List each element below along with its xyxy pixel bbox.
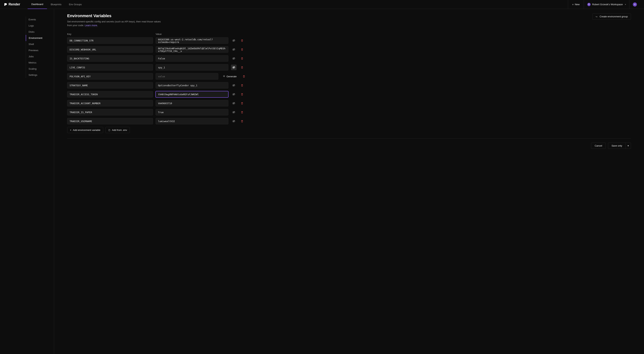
chevron-down-icon: ▾ (625, 3, 626, 6)
delete-row-button[interactable] (239, 65, 245, 70)
arrow-return-icon (596, 15, 598, 18)
env-key-input[interactable] (67, 55, 153, 62)
workspace-label: Robert Grzesik's Workspace (592, 3, 623, 6)
trash-icon (241, 48, 244, 51)
cancel-button[interactable]: Cancel (591, 143, 606, 149)
new-button[interactable]: + New (568, 0, 584, 9)
env-value-input[interactable] (156, 118, 228, 124)
add-from-dotenv-button[interactable]: Add from .env (106, 127, 130, 133)
sidebar-item-jobs[interactable]: Jobs (26, 53, 54, 60)
topbar-right: + New R Robert Grzesik's Workspace ▾ R (568, 0, 640, 9)
env-key-input[interactable] (67, 64, 153, 71)
toggle-visibility-button[interactable] (231, 65, 236, 70)
env-key-input[interactable] (67, 109, 153, 115)
env-var-row (67, 100, 631, 106)
env-value-input[interactable] (156, 64, 228, 71)
user-avatar: R (633, 3, 637, 7)
env-key-input[interactable] (67, 37, 153, 44)
add-env-var-button[interactable]: + Add environment variable (67, 127, 103, 133)
delete-row-button[interactable] (239, 109, 245, 115)
sidebar-item-environment[interactable]: Environment (26, 35, 54, 41)
env-value-input[interactable] (156, 46, 228, 53)
delete-row-button[interactable] (239, 83, 245, 88)
sidebar-item-disks[interactable]: Disks (26, 29, 54, 35)
trash-icon (241, 93, 244, 96)
eye-off-icon (232, 111, 235, 114)
env-key-input[interactable] (67, 118, 153, 124)
sidebar: Events Logs Disks Environment Shell Prev… (0, 9, 54, 354)
toggle-visibility-button[interactable] (231, 118, 236, 124)
sidebar-item-shell[interactable]: Shell (26, 41, 54, 47)
page-title: Environment Variables (67, 14, 164, 18)
env-var-row (67, 118, 631, 124)
eye-off-icon (232, 39, 235, 42)
trash-icon (241, 102, 244, 105)
env-key-input[interactable] (67, 91, 153, 98)
sidebar-item-settings[interactable]: Settings (26, 72, 54, 78)
eye-off-icon (232, 66, 235, 69)
file-icon (108, 129, 110, 131)
nav-links: Dashboard Blueprints Env Groups (28, 0, 86, 9)
user-menu[interactable]: R (629, 0, 640, 9)
env-value-input[interactable] (156, 100, 228, 106)
nav-env-groups[interactable]: Env Groups (65, 0, 86, 9)
env-value-input[interactable] (156, 55, 228, 62)
toggle-visibility-button[interactable] (231, 56, 236, 61)
logo[interactable]: Render (4, 3, 20, 6)
delete-row-button[interactable] (239, 47, 245, 52)
env-var-row (67, 55, 631, 62)
env-value-input[interactable] (156, 109, 228, 115)
trash-icon (241, 120, 244, 123)
column-header-key: Key (67, 33, 153, 36)
sidebar-item-metrics[interactable]: Metrics (26, 60, 54, 66)
chevron-down-icon: ▾ (628, 144, 629, 147)
generate-button[interactable]: Generate (221, 74, 238, 79)
env-var-row (67, 91, 631, 98)
workspace-avatar: R (587, 3, 591, 6)
env-value-input[interactable] (156, 82, 228, 89)
toggle-visibility-button[interactable] (231, 101, 236, 106)
eye-off-icon (232, 48, 235, 51)
trash-icon (241, 66, 244, 69)
toggle-visibility-button[interactable] (231, 92, 236, 97)
env-var-row: Generate (67, 73, 631, 80)
nav-dashboard[interactable]: Dashboard (28, 0, 47, 9)
toggle-visibility-button[interactable] (231, 83, 236, 88)
sidebar-item-previews[interactable]: Previews (26, 47, 54, 53)
nav-blueprints[interactable]: Blueprints (47, 0, 65, 9)
new-label: New (575, 3, 580, 6)
toggle-visibility-button[interactable] (231, 47, 236, 52)
toggle-visibility-button[interactable] (231, 109, 236, 115)
env-key-input[interactable] (67, 46, 153, 53)
page-subtitle: Set environment-specific config and secr… (67, 20, 164, 27)
sidebar-item-logs[interactable]: Logs (26, 23, 54, 29)
eye-off-icon (232, 93, 235, 96)
sparkle-icon (223, 75, 225, 78)
delete-row-button[interactable] (239, 101, 245, 106)
sidebar-item-scaling[interactable]: Scaling (26, 66, 54, 72)
create-env-group-button[interactable]: Create environment group (592, 14, 631, 20)
delete-row-button[interactable] (239, 56, 245, 61)
env-value-input[interactable] (156, 37, 228, 44)
toggle-visibility-button[interactable] (231, 38, 236, 43)
eye-off-icon (232, 84, 235, 87)
env-value-input[interactable] (156, 73, 218, 80)
trash-icon (241, 57, 244, 60)
render-logo-icon (4, 3, 8, 6)
env-key-input[interactable] (67, 73, 153, 80)
trash-icon (241, 84, 244, 87)
delete-row-button[interactable] (241, 74, 247, 79)
plus-icon: + (70, 129, 72, 131)
workspace-switcher[interactable]: R Robert Grzesik's Workspace ▾ (584, 0, 629, 9)
env-key-input[interactable] (67, 82, 153, 89)
delete-row-button[interactable] (239, 38, 245, 43)
sidebar-item-events[interactable]: Events (26, 17, 54, 23)
env-value-input[interactable] (156, 91, 228, 98)
env-var-row (67, 109, 631, 115)
delete-row-button[interactable] (239, 118, 245, 124)
delete-row-button[interactable] (239, 92, 245, 97)
save-dropdown-button[interactable]: ▾ (626, 143, 631, 149)
save-button[interactable]: Save only (608, 143, 626, 149)
learn-more-link[interactable]: Learn more. (85, 24, 98, 27)
env-key-input[interactable] (67, 100, 153, 106)
